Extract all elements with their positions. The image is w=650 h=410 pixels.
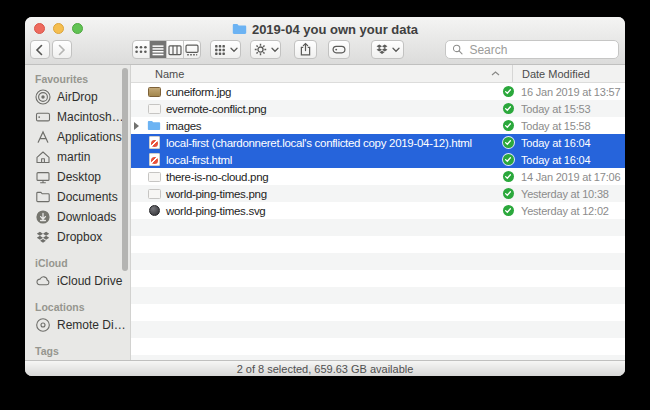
file-row-local-first[interactable]: local-first.html Today at 16:04 (131, 151, 625, 168)
synced-check-icon (503, 171, 514, 182)
sidebar-section-label: iCloud (25, 254, 130, 271)
folder-icon (232, 23, 247, 35)
title-bar: 2019-04 you own your data (25, 17, 625, 38)
file-row-world-ping-times-svg[interactable]: world-ping-times.svg Yesterday at 12:02 (131, 202, 625, 219)
file-date: Today at 15:53 (521, 103, 625, 115)
finder-window: 2019-04 you own your data (25, 17, 625, 376)
zoom-button[interactable] (72, 23, 83, 34)
sidebar-item-documents[interactable]: Documents (25, 187, 130, 207)
sync-status (495, 205, 521, 216)
minimize-button[interactable] (53, 23, 64, 34)
icloud-icon (35, 273, 51, 289)
sidebar-item-dropbox[interactable]: Dropbox (25, 227, 130, 247)
close-button[interactable] (34, 23, 45, 34)
icon-view-icon (133, 43, 149, 56)
sidebar-item-airdrop[interactable]: AirDrop (25, 87, 130, 107)
sidebar-item-icloud-drive[interactable]: iCloud Drive (25, 271, 130, 291)
sidebar-item-tag-orange[interactable]: Orange (25, 359, 130, 360)
group-by-button[interactable] (210, 40, 241, 59)
sidebar-item-label: Dropbox (57, 230, 102, 244)
png-thumbnail-icon (145, 104, 163, 114)
window-title-text: 2019-04 you own your data (252, 22, 418, 37)
column-header-name[interactable]: Name (131, 68, 512, 80)
back-button[interactable] (30, 40, 50, 59)
dropbox-menu-button[interactable] (371, 40, 404, 59)
sidebar-scrollbar[interactable] (122, 68, 128, 271)
file-name: world-ping-times.png (163, 188, 495, 200)
window-chrome: 2019-04 you own your data (25, 17, 625, 65)
png-thumbnail-icon (145, 189, 163, 199)
file-row-evernote-conflict[interactable]: evernote-conflict.png Today at 15:53 (131, 100, 625, 117)
jpg-thumbnail-icon (145, 87, 163, 97)
column-view-icon (167, 43, 183, 57)
file-row-there-is-no-cloud[interactable]: there-is-no-cloud.png 14 Jan 2019 at 17:… (131, 168, 625, 185)
forward-button[interactable] (52, 40, 72, 59)
column-header-row: Name Date Modified (131, 65, 625, 83)
sidebar-item-label: Remote Di… (57, 318, 126, 332)
sidebar-item-label: iCloud Drive (57, 274, 122, 288)
file-date: Today at 15:58 (521, 120, 625, 132)
edit-tags-button[interactable] (328, 40, 350, 59)
search-icon (452, 43, 463, 56)
column-header-date-modified[interactable]: Date Modified (513, 68, 625, 80)
search-field[interactable] (445, 40, 619, 59)
disclosure-triangle-icon[interactable] (131, 122, 145, 130)
file-row-images-folder[interactable]: images Today at 15:58 (131, 117, 625, 134)
sidebar-item-label: Downloads (57, 210, 116, 224)
file-rows: cuneiform.jpg 16 Jan 2019 at 13:57 evern… (131, 83, 625, 360)
file-row-local-first-conflicted[interactable]: local-first (chardonneret.local's confli… (131, 134, 625, 151)
sync-status (495, 103, 521, 114)
toolbar (25, 38, 625, 64)
airdrop-icon (35, 89, 51, 105)
gallery-view-button[interactable] (183, 41, 200, 58)
status-bar: 2 of 8 selected, 659.63 GB available (25, 360, 625, 376)
empty-row (131, 338, 625, 355)
folder-icon (145, 120, 163, 131)
documents-folder-icon (35, 189, 51, 205)
dropbox-icon (375, 43, 389, 56)
file-row-world-ping-times-png[interactable]: world-ping-times.png Yesterday at 10:38 (131, 185, 625, 202)
sidebar-item-label: Macintosh… (57, 110, 124, 124)
home-icon (35, 149, 51, 165)
sidebar-item-macintosh-hd[interactable]: Macintosh… (25, 107, 130, 127)
share-button[interactable] (294, 40, 316, 59)
window-body: Favourites AirDrop Macintosh… Applicatio… (25, 65, 625, 360)
sidebar-section-tags: Tags Orange (25, 342, 130, 360)
icon-view-button[interactable] (133, 41, 149, 58)
list-view-button[interactable] (149, 41, 166, 58)
file-row-cuneiform[interactable]: cuneiform.jpg 16 Jan 2019 at 13:57 (131, 83, 625, 100)
file-name: cuneiform.jpg (163, 86, 495, 98)
file-name: evernote-conflict.png (163, 103, 495, 115)
sidebar-item-downloads[interactable]: Downloads (25, 207, 130, 227)
sidebar-section-label: Locations (25, 298, 130, 315)
list-view-icon (150, 43, 166, 57)
sidebar-item-remote-disc[interactable]: Remote Di… (25, 315, 130, 335)
file-date: Today at 16:04 (521, 154, 625, 166)
synced-check-icon (503, 103, 514, 114)
sidebar-section-locations: Locations Remote Di… (25, 298, 130, 335)
search-input[interactable] (467, 42, 612, 58)
sidebar-item-label: Documents (57, 190, 118, 204)
chevron-left-icon (33, 43, 46, 57)
chevron-right-icon (55, 43, 68, 57)
empty-row (131, 270, 625, 287)
sync-status (495, 188, 521, 199)
action-menu-button[interactable] (250, 40, 281, 59)
synced-check-icon (503, 137, 514, 148)
sidebar-item-home[interactable]: martin (25, 147, 130, 167)
synced-check-icon (503, 205, 514, 216)
share-icon (298, 42, 313, 57)
file-name: images (163, 120, 495, 132)
traffic-lights (34, 23, 83, 34)
applications-icon (35, 129, 51, 145)
column-view-button[interactable] (166, 41, 183, 58)
tag-icon (331, 42, 347, 57)
view-mode-segmented-control (132, 40, 201, 59)
sidebar-item-applications[interactable]: Applications (25, 127, 130, 147)
disc-icon (35, 317, 51, 333)
empty-row (131, 236, 625, 253)
sidebar-item-desktop[interactable]: Desktop (25, 167, 130, 187)
sidebar-item-label: Applications (57, 130, 122, 144)
sidebar-section-label: Favourites (25, 70, 130, 87)
file-date: 14 Jan 2019 at 17:06 (521, 171, 625, 183)
